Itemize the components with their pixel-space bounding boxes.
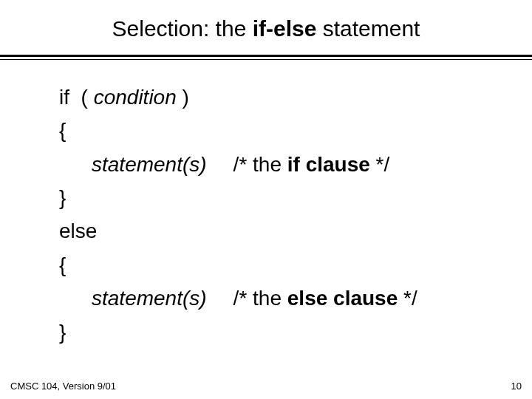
code-block: if ( condition ) { statement(s)/* the if… — [0, 60, 532, 349]
footer: CMSC 104, Version 9/01 10 — [10, 381, 522, 392]
code-line-4: } — [59, 181, 532, 214]
title-text-1: Selection: the — [112, 16, 253, 41]
title-bold: if-else — [253, 16, 317, 41]
code-line-1: if ( condition ) — [59, 81, 532, 114]
code-line-5: else — [59, 214, 532, 248]
footer-page-number: 10 — [511, 381, 522, 392]
divider-top — [0, 55, 532, 57]
footer-left: CMSC 104, Version 9/01 — [10, 381, 116, 392]
code-line-2: { — [59, 114, 532, 147]
title-text-2: statement — [316, 16, 420, 41]
code-line-3: statement(s)/* the if clause */ — [59, 148, 532, 181]
code-line-8: } — [59, 316, 532, 349]
slide-title: Selection: the if-else statement — [0, 0, 532, 55]
code-line-7: statement(s)/* the else clause */ — [59, 282, 532, 315]
code-line-6: { — [59, 248, 532, 282]
